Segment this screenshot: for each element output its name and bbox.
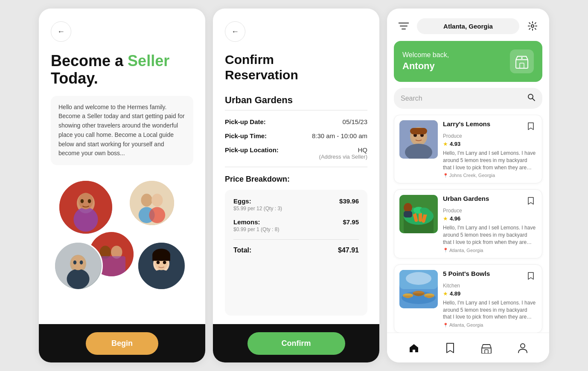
listing-category-2: Produce	[443, 208, 537, 214]
back-button-card1[interactable]: ←	[51, 21, 71, 42]
nav-bookmarks[interactable]	[440, 337, 461, 359]
avatar-5	[137, 241, 186, 290]
store-nav-icon	[481, 342, 492, 354]
svg-point-17	[67, 269, 89, 289]
list-item[interactable]: Larry's Lemons Produce ★ 4.93 Hello, I'm…	[394, 115, 542, 183]
avatar-cluster	[54, 175, 190, 303]
listing-category-1: Produce	[443, 133, 537, 139]
list-item[interactable]: Urban Gardens Produce ★ 4.96 Hello, I'm …	[394, 189, 542, 258]
search-icon[interactable]	[527, 93, 536, 104]
svg-point-5	[88, 199, 91, 203]
listing-image-2	[399, 195, 438, 233]
listing-description-3: Hello, I'm Larry and I sell Lemons. I ha…	[443, 299, 537, 321]
svg-point-35	[521, 57, 523, 59]
svg-point-8	[151, 194, 163, 206]
svg-point-2	[73, 207, 98, 232]
seller-headline: Become a Seller Today.	[51, 52, 193, 87]
browse-listings-screen: Atlanta, Georgia Welcome back, Antony Se…	[387, 9, 549, 362]
seller-description: Hello and welcome to the Hermes family. …	[51, 96, 193, 165]
svg-rect-65	[485, 350, 488, 354]
bookmarks-icon	[445, 342, 455, 354]
listing-rating-2: ★ 4.96	[443, 215, 537, 222]
svg-point-66	[521, 344, 525, 348]
confirm-reservation-title: Confirm Reservation	[225, 52, 367, 83]
welcome-name: Antony	[402, 61, 449, 72]
svg-rect-64	[482, 348, 491, 354]
svg-point-26	[163, 261, 166, 264]
svg-rect-33	[516, 60, 528, 68]
listing-image-1	[399, 120, 438, 159]
listing-location-1: 📍 Johns Creek, Georgia	[443, 173, 537, 178]
store-icon	[514, 54, 530, 69]
venue-name: Urban Gardens	[225, 95, 367, 106]
search-placeholder: Search	[401, 95, 422, 102]
listing-name-3: 5 Point's Bowls	[443, 270, 490, 277]
svg-point-63	[406, 272, 431, 285]
svg-rect-34	[520, 63, 524, 68]
svg-rect-56	[404, 211, 412, 217]
bookmark-button-2[interactable]	[525, 195, 537, 207]
settings-button[interactable]	[524, 17, 541, 35]
svg-point-4	[81, 199, 84, 203]
listing-category-3: Kitchen	[443, 283, 537, 289]
nav-home[interactable]	[403, 337, 425, 359]
svg-point-25	[157, 261, 160, 264]
search-bar[interactable]: Search	[394, 88, 542, 109]
bottom-nav	[387, 333, 549, 362]
confirm-reservation-screen: ← Confirm Reservation Urban Gardens Pick…	[213, 9, 379, 362]
price-total-row: Total: $47.91	[233, 246, 359, 254]
listing-image-3	[399, 270, 438, 308]
pickup-location-row: Pick-up Location: HQ (Address via Seller…	[225, 146, 367, 160]
svg-point-7	[141, 194, 152, 206]
home-icon	[408, 342, 419, 354]
svg-point-23	[150, 270, 172, 289]
nav-store[interactable]	[476, 337, 497, 359]
pickup-time-row: Pick-up Time: 8:30 am - 10:00 am	[225, 132, 367, 139]
bookmark-button-1[interactable]	[525, 120, 537, 132]
listing-location-2: 📍 Atlanta, Georgia	[443, 248, 537, 253]
avatar-1	[58, 180, 114, 235]
listing-name-2: Urban Gardens	[443, 195, 489, 202]
bookmark-button-3[interactable]	[525, 270, 537, 282]
svg-rect-28	[152, 255, 170, 261]
listing-name-1: Larry's Lemons	[443, 120, 490, 128]
divider-2	[225, 167, 367, 167]
filter-button[interactable]	[395, 17, 413, 35]
svg-point-10	[149, 207, 165, 223]
pickup-date-row: Pick-up Date: 05/15/23	[225, 118, 367, 125]
price-item-lemons: Lemons: $0.99 per 1 (Qty : 8) $7.95	[233, 218, 359, 232]
listing-rating-1: ★ 4.93	[443, 141, 537, 147]
price-breakdown-title: Price Breakdown:	[225, 175, 367, 184]
price-breakdown-box: Eggs: $5.99 per 12 (Qty : 3) $39.96 Lemo…	[225, 190, 367, 316]
svg-point-19	[73, 261, 77, 264]
avatar-4	[54, 241, 103, 290]
svg-rect-45	[410, 128, 427, 134]
divider-1	[225, 110, 367, 110]
price-item-eggs: Eggs: $5.99 per 12 (Qty : 3) $39.96	[233, 197, 359, 212]
profile-icon	[518, 342, 528, 354]
welcome-banner: Welcome back, Antony	[394, 41, 542, 82]
list-item[interactable]: 5 Point's Bowls Kitchen ★ 4.89 Hello, I'…	[394, 264, 542, 333]
avatar-2	[128, 180, 175, 226]
price-divider	[233, 239, 359, 240]
back-button-card2[interactable]: ←	[225, 21, 245, 42]
listings-list: Larry's Lemons Produce ★ 4.93 Hello, I'm…	[387, 115, 549, 333]
begin-button[interactable]: Begin	[86, 332, 158, 355]
listing-description-1: Hello, I'm Larry and I sell Lemons. I ha…	[443, 150, 537, 171]
confirm-button[interactable]: Confirm	[247, 332, 345, 355]
svg-point-55	[404, 203, 412, 212]
svg-point-32	[531, 25, 534, 27]
nav-profile[interactable]	[512, 337, 533, 359]
filter-icon	[399, 22, 409, 30]
card1-footer: Begin	[39, 324, 205, 362]
store-icon-box	[510, 49, 534, 73]
listing-location-3: 📍 Atlanta, Georgia	[443, 322, 537, 328]
listing-rating-3: ★ 4.89	[443, 290, 537, 297]
settings-icon	[527, 21, 538, 31]
svg-point-20	[80, 261, 83, 264]
become-seller-screen: ← Become a Seller Today. Hello and welco…	[39, 9, 205, 362]
listing-description-2: Hello, I'm Larry and I sell Lemons. I ha…	[443, 224, 537, 246]
app-header: Atlanta, Georgia	[387, 9, 549, 41]
svg-line-38	[533, 99, 535, 101]
welcome-greeting: Welcome back,	[402, 51, 449, 59]
